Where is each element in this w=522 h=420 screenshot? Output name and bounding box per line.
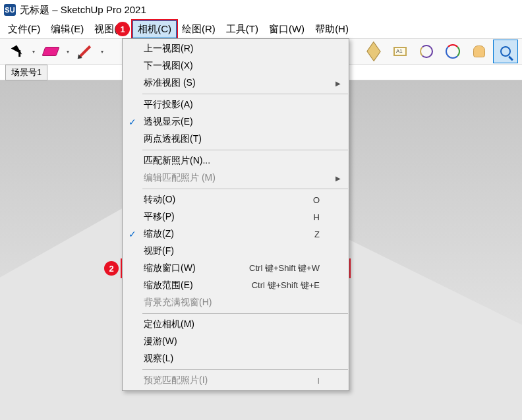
- window-title: 无标题 – SketchUp Pro 2021: [20, 4, 146, 16]
- menu-item-shortcut: Ctrl 键+Shift 键+E: [252, 280, 333, 291]
- annotation-badge-1: 1: [115, 22, 130, 36]
- menu-item-label: 缩放(Z): [142, 228, 314, 240]
- zoom-tool[interactable]: [493, 40, 518, 63]
- menu-item-label: 上一视图(R): [142, 43, 320, 55]
- menu-item-label: 观察(L): [142, 353, 320, 365]
- menu-item[interactable]: 观察(L): [123, 350, 349, 367]
- menu-item: 编辑匹配照片 (M)▶: [123, 169, 349, 187]
- menu-item[interactable]: 缩放范围(E)Ctrl 键+Shift 键+E: [123, 277, 349, 294]
- menu-item[interactable]: 漫游(W): [123, 333, 349, 350]
- menu-item-label: 缩放范围(E): [142, 280, 252, 291]
- menu-item-label: 定位相机(M): [142, 318, 320, 330]
- menu-item[interactable]: 视野(F): [123, 243, 349, 260]
- menubar: 文件(F)编辑(E)视图(V)相机(C)绘图(R)工具(T)窗口(W)帮助(H): [0, 20, 522, 38]
- menu-separator: [142, 189, 348, 189]
- menu-item-label: 预览匹配照片(I): [142, 375, 317, 386]
- menubar-item-3[interactable]: 相机(C): [132, 20, 177, 38]
- menu-item[interactable]: 两点透视图(T): [123, 131, 349, 148]
- menu-item[interactable]: 标准视图 (S)▶: [123, 75, 349, 92]
- select-tool[interactable]: [4, 40, 29, 63]
- menu-item-label: 背景充满视窗(H): [142, 297, 320, 309]
- menu-item[interactable]: 上一视图(R): [123, 40, 349, 57]
- check-icon: ✓: [123, 229, 142, 239]
- scene-tab-1[interactable]: 场景号1: [5, 65, 47, 80]
- dimension-tool[interactable]: [388, 40, 413, 63]
- menu-item[interactable]: 转动(O)O: [123, 191, 349, 208]
- menu-item-label: 匹配新照片(N)...: [142, 155, 320, 167]
- menubar-item-4[interactable]: 绘图(R): [177, 20, 221, 38]
- menu-item: 预览匹配照片(I)I: [123, 372, 349, 389]
- menu-item-shortcut: Ctrl 键+Shift 键+W: [249, 262, 333, 274]
- pencil-tool[interactable]: [72, 40, 98, 63]
- menu-item-label: 转动(O): [142, 194, 313, 206]
- app-icon: SU: [4, 4, 16, 16]
- select-tool-dropdown[interactable]: ▾: [30, 49, 37, 55]
- pan-tool[interactable]: [467, 40, 492, 63]
- menu-item[interactable]: 平移(P)H: [123, 208, 349, 225]
- menu-separator: [142, 369, 348, 370]
- menu-item-label: 标准视图 (S): [142, 77, 320, 89]
- menu-item-label: 视野(F): [142, 245, 320, 257]
- menu-item[interactable]: 缩放窗口(W)Ctrl 键+Shift 键+W: [123, 260, 349, 277]
- menu-item-label: 下一视图(X): [142, 60, 320, 72]
- eraser-tool-dropdown[interactable]: ▾: [65, 49, 71, 55]
- menu-item[interactable]: 平行投影(A): [123, 96, 349, 113]
- texture-tool[interactable]: [361, 40, 386, 63]
- menubar-item-5[interactable]: 工具(T): [221, 20, 264, 38]
- menu-separator: [142, 94, 348, 94]
- menu-item-shortcut: H: [314, 212, 333, 222]
- menu-item[interactable]: 定位相机(M): [123, 316, 349, 333]
- submenu-arrow-icon: ▶: [333, 175, 343, 182]
- menu-item[interactable]: 匹配新照片(N)...: [123, 152, 349, 169]
- titlebar: SU 无标题 – SketchUp Pro 2021: [0, 0, 522, 20]
- menubar-item-7[interactable]: 帮助(H): [310, 20, 354, 38]
- menu-item-label: 平移(P): [142, 211, 314, 223]
- submenu-arrow-icon: ▶: [333, 80, 343, 87]
- menubar-item-1[interactable]: 编辑(E): [45, 20, 89, 38]
- menu-separator: [142, 313, 348, 314]
- menu-item-label: 平行投影(A): [142, 99, 320, 111]
- menu-item[interactable]: ✓缩放(Z)Z: [123, 225, 349, 243]
- menu-item-label: 两点透视图(T): [142, 133, 320, 145]
- menu-item-label: 编辑匹配照片 (M): [142, 172, 320, 184]
- menu-item-shortcut: I: [317, 376, 333, 386]
- pencil-tool-dropdown[interactable]: ▾: [99, 49, 105, 55]
- annotation-badge-2: 2: [104, 261, 119, 276]
- menubar-item-6[interactable]: 窗口(W): [264, 20, 310, 38]
- offset-tool[interactable]: [414, 40, 439, 63]
- menu-item-label: 缩放窗口(W): [142, 262, 249, 274]
- camera-menu: 上一视图(R)下一视图(X)标准视图 (S)▶平行投影(A)✓透视显示(E)两点…: [122, 38, 349, 391]
- menu-item-label: 漫游(W): [142, 336, 320, 347]
- menu-item-shortcut: O: [313, 195, 333, 205]
- menu-item: 背景充满视窗(H): [123, 294, 349, 311]
- eraser-tool[interactable]: [38, 40, 63, 63]
- menu-separator: [142, 150, 348, 150]
- orbit-tool[interactable]: [440, 40, 465, 63]
- check-icon: ✓: [123, 117, 142, 127]
- menubar-item-0[interactable]: 文件(F): [3, 20, 45, 38]
- menu-item-label: 透视显示(E): [142, 116, 320, 128]
- menu-item-shortcut: Z: [314, 229, 333, 239]
- menu-item[interactable]: 下一视图(X): [123, 57, 349, 75]
- menu-item[interactable]: ✓透视显示(E): [123, 113, 349, 131]
